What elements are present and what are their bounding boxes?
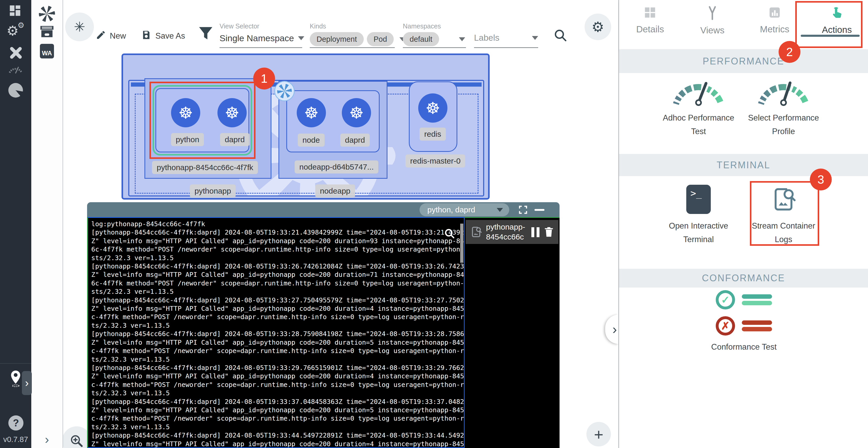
view-selector-label: View Selector <box>220 23 304 30</box>
version-label: v0.7.87 <box>0 435 31 444</box>
save-as-button[interactable]: Save As <box>141 30 185 42</box>
dashboard-icon[interactable] <box>0 4 31 19</box>
settings-gears-icon[interactable]: ⚙⚙ <box>0 23 31 39</box>
panel-collapse-handle[interactable]: › <box>605 315 618 344</box>
dapr-pinwheel-icon[interactable] <box>31 6 63 22</box>
archive-icon[interactable] <box>31 25 63 38</box>
log-output-area[interactable]: log:pythonapp-8454cc66c-4f7fk [pythonapp… <box>87 217 465 448</box>
namespace-chip[interactable]: default <box>403 32 439 46</box>
dapr-badge-icon <box>274 81 294 101</box>
view-selector[interactable]: View Selector Single Namespace <box>220 23 304 43</box>
gauge-icon <box>655 75 742 108</box>
container-node[interactable]: ☸ <box>297 98 326 127</box>
adhoc-performance-test-action[interactable]: Adhoc Performance Test <box>655 75 742 136</box>
log-stream-item[interactable]: pythonapp- 8454cc66c <box>466 220 558 244</box>
tab-details[interactable]: Details <box>619 0 681 49</box>
section-header-conformance: CONFORMANCE <box>619 269 868 288</box>
tools-icon[interactable] <box>0 44 31 61</box>
annotation-box-3 <box>750 181 819 246</box>
app-rail: WA › <box>31 0 63 448</box>
annotation-step-3: 3 <box>810 169 832 190</box>
container-label: node <box>298 133 324 147</box>
chevron-down-icon <box>298 36 304 40</box>
section-header-terminal: TERMINAL <box>619 154 868 176</box>
help-button[interactable]: ? <box>8 415 24 430</box>
conformance-pass-icon: ✓ <box>692 290 796 309</box>
webassembly-icon[interactable]: WA <box>31 44 63 58</box>
conformance-test-action[interactable]: ✓ ✗ Conformance Test <box>692 290 796 352</box>
floppy-icon <box>141 29 152 42</box>
settings-gear-button[interactable]: ⚙ <box>585 13 611 40</box>
search-icon[interactable] <box>553 28 568 44</box>
log-scrollbar[interactable] <box>460 223 463 263</box>
gauge-icon <box>741 75 827 108</box>
kinds-label: Kinds <box>310 23 406 30</box>
container-redis[interactable]: ☸ <box>418 93 447 123</box>
log-streams-panel: pythonapp- 8454cc66c <box>465 217 560 448</box>
fullscreen-icon[interactable] <box>518 205 528 216</box>
terminal-icon: >_ <box>655 183 742 215</box>
annotation-box-1 <box>149 82 255 159</box>
views-icon <box>706 6 719 21</box>
container-daprd[interactable]: ☸ <box>342 98 371 127</box>
container-label: daprd <box>340 133 370 147</box>
minimize-icon[interactable] <box>534 209 545 211</box>
section-header-performance: PERFORMANCE <box>619 50 868 73</box>
rail-expand-chevron[interactable]: › <box>31 432 63 446</box>
kinds-filter[interactable]: Kinds Deployment Pod <box>310 23 406 46</box>
left-sidebar: ⚙⚙ › ? v0.7.87 <box>0 0 31 448</box>
metrics-chart-icon <box>768 6 781 20</box>
right-panel: Details Views Metrics Actions 2 PERFORMA… <box>618 0 868 448</box>
chevron-down-icon <box>459 37 465 41</box>
annotation-step-1: 1 <box>253 67 275 89</box>
pod-name-label: redis-master-0 <box>405 154 465 168</box>
select-performance-profile-action[interactable]: Select Performance Profile <box>741 75 827 136</box>
deployment-name-label: nodeapp <box>315 184 355 198</box>
labels-filter[interactable]: Labels <box>474 33 538 43</box>
kind-chip[interactable]: Pod <box>367 32 394 46</box>
details-grid-icon <box>643 6 657 20</box>
namespaces-filter[interactable]: Namespaces default <box>403 23 465 46</box>
kind-chip[interactable]: Deployment <box>310 32 364 46</box>
pie-chart-icon[interactable] <box>0 83 31 97</box>
main-canvas-area: ✳ New Save As View Selector Single Names… <box>63 0 618 448</box>
log-search-icon[interactable] <box>443 227 456 241</box>
chevron-down-icon <box>497 208 503 212</box>
conformance-fail-icon: ✗ <box>692 316 796 335</box>
log-text: log:pythonapp-8454cc66c-4f7fk [pythonapp… <box>88 218 464 448</box>
gauge-icon[interactable] <box>0 63 31 74</box>
pencil-icon <box>96 30 106 42</box>
sidebar-divider <box>0 363 31 364</box>
container-label: redis <box>420 127 446 141</box>
graph-logo-button[interactable]: ✳ <box>65 12 94 41</box>
pod-name-label: pythonapp-8454cc66c-4f7fk <box>152 161 258 174</box>
pod-name-label: nodeapp-d64b5747... <box>294 160 378 174</box>
terminal-header[interactable]: python, daprd <box>87 202 560 217</box>
add-button[interactable]: + <box>586 422 611 446</box>
new-button[interactable]: New <box>96 30 126 42</box>
filter-funnel-icon[interactable] <box>198 26 213 43</box>
delete-stream-icon[interactable] <box>543 226 555 239</box>
stream-logs-icon <box>470 226 483 239</box>
tab-views[interactable]: Views <box>681 0 744 49</box>
open-interactive-terminal-action[interactable]: >_ Open Interactive Terminal <box>655 183 742 244</box>
deployment-name-label: pythonapp <box>190 184 236 198</box>
pause-stream-icon[interactable] <box>531 227 539 237</box>
app-root: ⚙⚙ › ? v0.7.87 WA › ✳ <box>0 0 868 448</box>
sidebar-expand-handle[interactable]: › <box>22 371 32 395</box>
chevron-down-icon <box>532 36 538 40</box>
log-terminal-window: python, daprd log:pythonapp-8454cc66c-4f… <box>87 202 560 448</box>
annotation-step-2: 2 <box>779 41 801 63</box>
annotation-box-2 <box>795 1 863 48</box>
namespaces-label: Namespaces <box>403 23 465 30</box>
container-selector-dropdown[interactable]: python, daprd <box>420 203 509 216</box>
